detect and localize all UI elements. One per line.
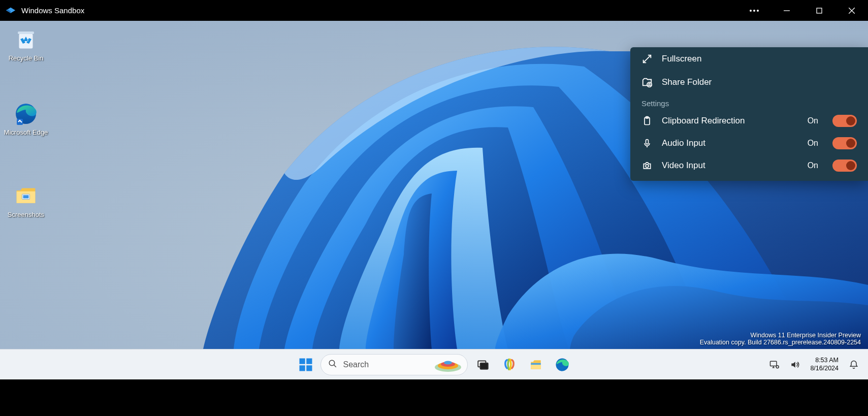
minimize-button[interactable] xyxy=(770,0,803,21)
taskbar-search[interactable]: Search xyxy=(320,354,468,375)
svg-rect-19 xyxy=(646,140,649,144)
window-title: Windows Sandbox xyxy=(21,6,84,15)
task-view-button[interactable] xyxy=(472,354,494,376)
setting-clipboard-redirection: Clipboard Redirection On xyxy=(630,110,868,132)
desktop-icon-screenshots[interactable]: Screenshots xyxy=(3,183,49,219)
setting-state: On xyxy=(808,161,818,170)
share-folder-icon xyxy=(641,77,653,88)
desktop-icon-label: Microsoft Edge xyxy=(3,129,49,137)
edge-button[interactable] xyxy=(551,354,573,376)
file-explorer-button[interactable] xyxy=(525,354,547,376)
svg-line-27 xyxy=(334,365,336,367)
taskbar-center-group: Search xyxy=(295,354,573,376)
svg-point-31 xyxy=(444,361,452,364)
svg-rect-15 xyxy=(23,195,29,198)
clock-date: 8/16/2024 xyxy=(810,365,839,373)
tray-vm-connect-icon[interactable] xyxy=(764,357,784,373)
share-folder-action[interactable]: Share Folder xyxy=(630,71,868,94)
action-label: Share Folder xyxy=(662,77,712,87)
watermark-line2: Evaluation copy. Build 27686.rs_prerelea… xyxy=(700,339,861,346)
svg-rect-22 xyxy=(299,358,305,364)
edge-icon xyxy=(13,101,39,126)
desktop-icon-recycle-bin[interactable]: Recycle Bin xyxy=(3,27,49,63)
folder-icon xyxy=(13,183,39,209)
svg-rect-24 xyxy=(299,365,305,371)
system-tray: 8:53 AM 8/16/2024 xyxy=(764,349,863,380)
camera-icon xyxy=(641,160,653,171)
fullscreen-icon xyxy=(641,53,653,65)
clipboard-icon xyxy=(641,115,653,126)
svg-point-21 xyxy=(646,165,649,168)
build-watermark: Windows 11 Enterprise Insider Preview Ev… xyxy=(700,332,861,346)
svg-point-2 xyxy=(750,10,752,12)
titlebar: Windows Sandbox xyxy=(0,0,868,21)
setting-state: On xyxy=(808,139,818,148)
svg-point-16 xyxy=(647,82,652,87)
svg-rect-33 xyxy=(480,363,488,369)
desktop-icon-label: Screenshots xyxy=(3,211,49,219)
svg-rect-6 xyxy=(817,8,822,13)
microphone-icon xyxy=(641,138,653,149)
tray-volume-icon[interactable] xyxy=(786,357,804,373)
svg-point-26 xyxy=(329,360,335,366)
setting-audio-input: Audio Input On xyxy=(630,132,868,154)
action-label: Fullscreen xyxy=(662,54,701,64)
svg-rect-37 xyxy=(770,361,777,366)
setting-video-input: Video Input On xyxy=(630,154,868,177)
close-button[interactable] xyxy=(835,0,868,21)
search-art-icon xyxy=(434,357,462,372)
clipboard-toggle[interactable] xyxy=(832,115,857,127)
desktop-icon-label: Recycle Bin xyxy=(3,54,49,63)
settings-section-header: Settings xyxy=(630,94,868,110)
setting-label: Audio Input xyxy=(662,138,798,148)
taskbar-clock[interactable]: 8:53 AM 8/16/2024 xyxy=(806,357,843,372)
setting-label: Clipboard Redirection xyxy=(662,116,798,126)
copilot-button[interactable] xyxy=(498,354,521,376)
svg-rect-35 xyxy=(531,363,541,364)
fullscreen-action[interactable]: Fullscreen xyxy=(630,47,868,71)
svg-point-4 xyxy=(757,10,759,12)
search-icon xyxy=(328,359,337,370)
desktop-icon-microsoft-edge[interactable]: Microsoft Edge xyxy=(3,101,49,137)
notifications-button[interactable] xyxy=(845,357,863,373)
video-toggle[interactable] xyxy=(832,159,857,172)
sandbox-options-panel: Fullscreen Share Folder Settings Clipboa… xyxy=(630,47,868,181)
more-options-button[interactable] xyxy=(738,0,770,21)
window-controls xyxy=(738,0,868,21)
setting-state: On xyxy=(808,116,818,125)
svg-rect-23 xyxy=(306,358,312,364)
recycle-bin-icon xyxy=(13,27,39,52)
svg-point-3 xyxy=(753,10,755,12)
start-button[interactable] xyxy=(295,354,316,375)
audio-toggle[interactable] xyxy=(832,137,857,149)
desktop-area[interactable]: Recycle Bin Microsoft Edge xyxy=(0,21,868,349)
svg-point-40 xyxy=(777,365,779,368)
svg-rect-11 xyxy=(18,31,34,34)
svg-rect-25 xyxy=(306,365,312,371)
sandbox-app-icon xyxy=(5,7,16,15)
maximize-button[interactable] xyxy=(803,0,835,21)
watermark-line1: Windows 11 Enterprise Insider Preview xyxy=(700,332,861,339)
setting-label: Video Input xyxy=(662,161,798,171)
clock-time: 8:53 AM xyxy=(810,357,839,365)
taskbar: Search xyxy=(0,349,868,379)
